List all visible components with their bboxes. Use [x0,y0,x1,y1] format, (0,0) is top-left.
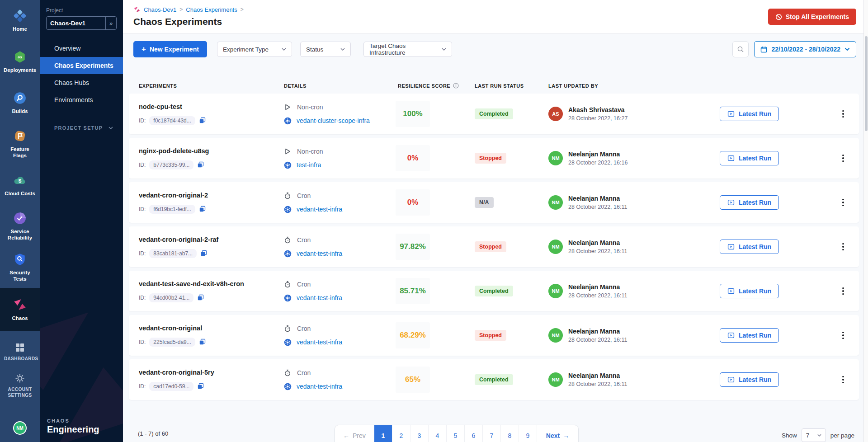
sidebar-item-chaos[interactable]: Chaos [0,288,40,331]
experiment-type-filter[interactable]: Experiment Type [217,42,292,57]
kebab-menu-icon[interactable] [840,152,847,165]
status-filter[interactable]: Status [300,42,351,57]
sidebar-item-label: Deployments [4,67,36,73]
copy-icon[interactable] [199,117,206,124]
infrastructure-link[interactable]: vedant-test-infra [297,250,342,257]
schedule-type: Cron [297,192,311,199]
score-cell: 97.82% [396,234,470,260]
experiment-name[interactable]: vedant-cron-original [139,324,280,332]
page-button-8[interactable]: 8 [501,425,519,442]
page-button-6[interactable]: 6 [465,425,483,442]
sidebar-item-service-reliability[interactable]: Service Reliability [0,206,40,247]
infrastructure-line: vedant-test-infra [284,383,396,390]
target-infrastructure-filter[interactable]: Target Chaos Infrastructure [363,42,452,57]
copy-icon[interactable] [197,161,204,168]
experiment-name[interactable]: vedant-cron-original-2-raf [139,236,280,243]
infrastructure-link[interactable]: vedant-test-infra [297,294,342,301]
stop-all-experiments-button[interactable]: Stop All Experiments [768,9,856,25]
next-page-button[interactable]: Next → [537,425,578,442]
experiment-name[interactable]: node-cpu-test [139,103,280,110]
scrollbar-track[interactable] [863,0,868,442]
experiment-name[interactable]: vedant-test-save-nd-exit-v8h-cron [139,280,280,287]
kebab-menu-icon[interactable] [840,240,847,254]
experiment-id-line: ID: f0c187d4-43d... [139,116,280,125]
kebab-menu-icon[interactable] [840,329,847,342]
copy-icon[interactable] [200,250,207,257]
date-range-picker[interactable]: 22/10/2022 - 28/10/2022 [754,41,856,57]
sidebar-item-cloud-costs[interactable]: $ Cloud Costs [0,165,40,206]
infrastructure-link[interactable]: vedant-test-infra [297,206,342,213]
new-experiment-button[interactable]: + New Experiment [133,41,207,57]
status-cell: Stopped [470,330,545,341]
scrollbar-thumb[interactable] [865,36,868,131]
page-button-9[interactable]: 9 [519,425,537,442]
latest-run-button[interactable]: Latest Run [720,240,779,254]
play-icon [284,148,291,155]
latest-run-button[interactable]: Latest Run [720,284,779,298]
per-page-select[interactable]: 7 [802,428,826,442]
infrastructure-link[interactable]: vedant-cluster-scope-infra [297,117,370,124]
info-icon[interactable] [453,83,459,89]
page-button-3[interactable]: 3 [410,425,429,442]
sidebar-item-overview[interactable]: Overview [40,40,123,57]
status-badge: N/A [475,197,494,208]
sidebar-item-environments[interactable]: Environments [40,91,123,108]
user-cell: NM Neelanjan Manna 28 October 2022, 16:1… [545,150,719,166]
user-avatar[interactable]: NM [13,421,27,435]
expand-projects-button[interactable]: » [105,17,116,29]
latest-run-button[interactable]: Latest Run [720,195,779,210]
breadcrumb-link-experiments[interactable]: Chaos Experiments [186,6,237,13]
latest-run-button[interactable]: Latest Run [720,372,779,387]
latest-run-button[interactable]: Latest Run [720,151,779,165]
sidebar-item-builds[interactable]: Builds [0,82,40,123]
latest-run-label: Latest Run [739,243,771,250]
sidebar-item-feature-flags[interactable]: Feature Flags [0,123,40,165]
action-cell: Latest Run [719,107,827,121]
page-button-2[interactable]: 2 [392,425,410,442]
page-header: Chaos-Dev1 > Chaos Experiments > Chaos E… [123,0,868,33]
schedule-line: Cron [284,192,396,199]
sidebar-item-dashboards[interactable]: DASHBOARDS [4,343,36,362]
infrastructure-link[interactable]: test-infra [297,161,321,169]
page-button-7[interactable]: 7 [483,425,501,442]
experiment-cell: vedant-test-save-nd-exit-v8h-cron ID: 94… [129,280,280,302]
project-label: Project [46,7,117,14]
details-cell: Non-cron test-infra [280,148,396,169]
kebab-menu-icon[interactable] [840,285,847,298]
page-button-4[interactable]: 4 [429,425,447,442]
copy-icon[interactable] [199,339,206,345]
copy-icon[interactable] [197,383,204,390]
breadcrumb-separator: > [241,6,244,13]
kebab-menu-icon[interactable] [840,373,847,386]
infrastructure-link[interactable]: vedant-test-infra [297,383,342,390]
copy-icon[interactable] [199,206,206,212]
id-label: ID: [139,162,146,168]
experiment-name[interactable]: vedant-cron-original-5ry [139,369,280,376]
copy-icon[interactable] [197,294,204,301]
experiment-name[interactable]: nginx-pod-delete-u8sg [139,147,280,155]
page-button-1[interactable]: 1 [374,425,392,442]
chaos-icon [13,297,27,312]
search-button[interactable] [732,41,749,57]
latest-run-button[interactable]: Latest Run [720,107,779,121]
breadcrumb-link-project[interactable]: Chaos-Dev1 [144,6,176,13]
infrastructure-link[interactable]: vedant-test-infra [297,339,342,346]
sidebar-item-deployments[interactable]: ∞ Deployments [0,41,40,82]
experiment-name[interactable]: vedant-cron-original-2 [139,192,280,199]
sidebar-item-home[interactable]: Home [0,0,40,41]
play-icon [284,103,291,111]
page-button-5[interactable]: 5 [447,425,465,442]
project-setup-section[interactable]: PROJECT SETUP [40,125,123,131]
sidebar-item-chaos-hubs[interactable]: Chaos Hubs [40,74,123,91]
sidebar-item-security-tests[interactable]: Security Tests [0,247,40,288]
prev-page-button[interactable]: ← Prev [335,425,374,442]
project-name-input[interactable] [47,17,105,29]
kebab-menu-icon[interactable] [840,108,847,121]
kubernetes-icon [284,250,292,258]
timer-icon [284,192,291,199]
action-cell: Latest Run [719,284,827,298]
latest-run-button[interactable]: Latest Run [720,328,779,343]
sidebar-item-account-settings[interactable]: ACCOUNT SETTINGS [4,373,36,398]
sidebar-item-chaos-experiments[interactable]: Chaos Experiments [40,57,123,74]
kebab-menu-icon[interactable] [840,196,847,209]
